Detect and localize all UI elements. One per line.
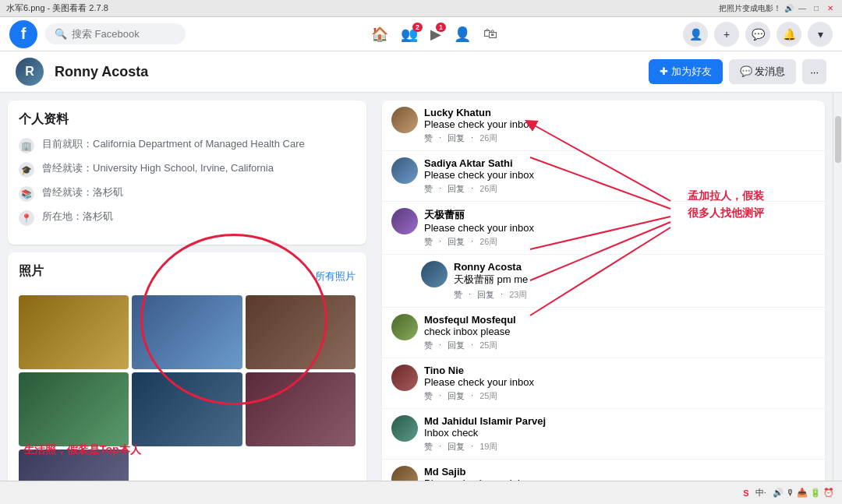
avatar-mosfequl [391,314,418,340]
avatar-tianji [391,208,418,234]
author-ronny-reply: Ronny Acosta [454,261,522,273]
time-tino: 25周 [479,390,497,402]
add-friend-button[interactable]: ✚ 加为好友 [649,59,723,84]
comment-body-tianji: 天极蕾丽 Please check your inbox 赞 · 回复 · 26… [424,208,815,248]
messenger-button[interactable]: 💬 [745,22,770,47]
friends-icon[interactable]: 👥 2 [401,26,418,43]
comment-body-sadiya: Sadiya Aktar Sathi Please check your inb… [424,157,815,195]
nav-right: 👤 + 💬 🔔 ▾ [683,22,833,47]
add-button[interactable]: + [714,22,739,47]
photo-1[interactable] [19,295,129,369]
reply-sajib[interactable]: 回复 [448,492,465,503]
comments-card: Lucky Khatun Please check your inbox 赞 ·… [382,100,825,504]
author-tino: Tino Nie [424,365,464,376]
right-panel: Lucky Khatun Please check your inbox 赞 ·… [374,93,833,504]
personal-info-title: 个人资料 [19,111,356,128]
reply-mosfequl[interactable]: 回复 [448,340,465,351]
school2-icon: 📚 [19,186,34,202]
school-icon: 🎓 [19,162,34,178]
personal-info-card: 个人资料 🏢 目前就职：California Department of Man… [8,100,366,245]
comment-sadiya: Sadiya Aktar Sathi Please check your inb… [382,151,825,202]
avatar-tino [391,365,418,391]
video-icon[interactable]: ▶ 1 [430,26,441,43]
like-lucky[interactable]: 赞 [424,132,433,144]
reply-sadiya[interactable]: 回复 [448,183,465,195]
nav-icons: 🏠 👥 2 ▶ 1 👤 🛍 [193,26,675,43]
nav-bar: f 🔍 🏠 👥 2 ▶ 1 👤 🛍 👤 + 💬 🔔 ▾ [0,17,842,51]
reply-jahidul[interactable]: 回复 [448,441,465,453]
photo-7[interactable] [19,449,129,504]
location-text: 所在地：洛杉矶 [42,210,113,224]
avatar-ronny-reply [421,261,448,287]
search-bar[interactable]: 🔍 [45,23,186,44]
restore-button[interactable]: □ [811,3,822,14]
actions-tianji: 赞 · 回复 · 26周 [424,236,815,248]
comment-body-jahidul: Md Jahidul Islamir Parvej Inbox check 赞 … [424,415,815,453]
market-icon[interactable]: 🛍 [483,26,497,42]
actions-jahidul: 赞 · 回复 · 19周 [424,441,815,453]
like-ronny-reply[interactable]: 赞 [454,289,462,301]
avatar-sajib [391,466,418,492]
notifications-button[interactable]: 🔔 [777,22,801,47]
text-tino: Please check your inbox [424,376,534,388]
avatar-sadiya [391,157,418,184]
profile-button[interactable]: 👤 [683,22,708,47]
time-sajib: 18周 [479,492,497,503]
actions-ronny-reply: 赞 · 回复 · 23周 [454,289,815,301]
right-scrollbar[interactable] [833,93,842,504]
title-bar: 水军6.png - 美图看看 2.7.8 把照片变成电影！ 🔊 — □ ✕ [0,0,842,17]
reply-ronny-reply[interactable]: 回复 [477,289,494,301]
like-sadiya[interactable]: 赞 [424,183,433,195]
profile-actions: ✚ 加为好友 💬 发消息 ··· [649,59,826,84]
like-sajib[interactable]: 赞 [424,492,433,503]
message-button[interactable]: 💬 发消息 [729,59,797,84]
time-sadiya: 26周 [479,183,497,195]
profile-avatar: R [16,58,44,86]
text-mosfequl: check inbox please [424,326,511,337]
info-location: 📍 所在地：洛杉矶 [19,210,356,226]
reply-tianji[interactable]: 回复 [448,236,465,248]
main-content: 个人资料 🏢 目前就职：California Department of Man… [0,93,842,504]
actions-mosfequl: 赞 · 回复 · 25周 [424,340,815,351]
like-tino[interactable]: 赞 [424,390,433,402]
comment-body-sajib: Md Sajib Please check your inbox or spam… [424,466,815,503]
more-button[interactable]: ··· [802,59,826,84]
close-button[interactable]: ✕ [825,3,836,14]
left-panel: 个人资料 🏢 目前就职：California Department of Man… [0,93,374,504]
time-tianji: 26周 [479,236,497,248]
text-tianji: Please check your inbox [424,222,534,234]
speaker-icon: 🔊 [784,4,794,12]
author-mosfequl: Mosfequl Mosfequl [424,314,516,326]
school1-text: 曾经就读：University High School, Irvine, Cal… [42,161,274,175]
time-ronny-reply: 23周 [509,289,527,301]
search-input[interactable] [72,28,173,40]
home-icon[interactable]: 🏠 [371,26,388,43]
comment-body-mosfequl: Mosfequl Mosfequl check inbox please 赞 ·… [424,314,815,351]
like-jahidul[interactable]: 赞 [424,441,433,453]
location-icon: 📍 [19,210,34,226]
reply-lucky[interactable]: 回复 [448,132,465,144]
comment-tianji: 天极蕾丽 Please check your inbox 赞 · 回复 · 26… [382,202,825,255]
minimize-button[interactable]: — [797,3,808,14]
photo-2[interactable] [132,295,242,369]
comment-lucky: Lucky Khatun Please check your inbox 赞 ·… [382,100,825,151]
avatar-jahidul [391,415,418,442]
people-icon[interactable]: 👤 [454,26,471,43]
photo-4[interactable] [19,372,129,446]
menu-button[interactable]: ▾ [808,22,833,47]
reply-tino[interactable]: 回复 [448,390,465,402]
photos-title: 照片 [19,263,44,280]
all-photos-link[interactable]: 所有照片 [315,270,356,284]
time-lucky: 26周 [479,132,497,144]
like-tianji[interactable]: 赞 [424,236,433,248]
photos-card: 照片 所有照片 [8,252,366,504]
photos-header: 照片 所有照片 [19,263,356,289]
author-lucky: Lucky Khatun [424,107,491,118]
info-school2: 📚 曾经就读：洛杉矶 [19,185,356,202]
app-title: 水军6.png - 美图看看 2.7.8 [6,2,108,14]
like-mosfequl[interactable]: 赞 [424,340,433,351]
actions-tino: 赞 · 回复 · 25周 [424,390,815,402]
photo-6[interactable] [246,372,356,446]
photo-5[interactable] [132,372,242,446]
photo-3[interactable] [246,295,356,369]
